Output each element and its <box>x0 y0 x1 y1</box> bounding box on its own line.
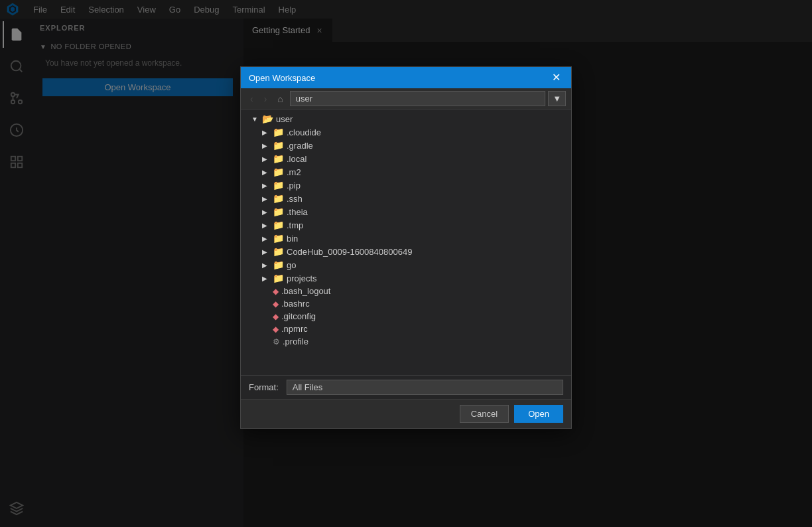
tree-item-gitconfig[interactable]: ◆ .gitconfig <box>241 310 571 323</box>
tree-label-local: .local <box>287 154 306 164</box>
folder-icon-tmp: 📁 <box>273 220 284 230</box>
folder-icon-bin: 📁 <box>273 233 284 244</box>
dialog-format-bar: Format: All Files <box>241 375 571 399</box>
tree-item-npmrc[interactable]: ◆ .npmrc <box>241 323 571 335</box>
tree-label-cloudide: .cloudide <box>287 127 321 137</box>
tree-label-m2: .m2 <box>287 167 301 177</box>
tree-label-pip: .pip <box>287 181 301 190</box>
file-icon-bash-logout: ◆ <box>273 287 279 296</box>
dialog-path-dropdown[interactable]: ▼ <box>548 91 566 106</box>
chevron-closed-icon <box>262 262 270 269</box>
tree-label-gradle: .gradle <box>287 141 313 151</box>
folder-icon-pip: 📁 <box>273 180 284 190</box>
folder-icon-ssh: 📁 <box>273 193 284 204</box>
tree-label-bash-logout: .bash_logout <box>281 286 330 296</box>
folder-icon-codehub: 📁 <box>273 246 284 257</box>
tree-label-projects: projects <box>287 273 317 283</box>
file-icon-profile: ⚙ <box>273 337 280 346</box>
tree-item-cloudide[interactable]: 📁 .cloudide <box>241 125 571 139</box>
tree-item-local[interactable]: 📁 .local <box>241 152 571 165</box>
folder-icon-go: 📁 <box>273 260 284 270</box>
folder-icon-cloudide: 📁 <box>273 127 284 137</box>
tree-label-bashrc: .bashrc <box>281 299 310 309</box>
tree-item-bash-logout[interactable]: ◆ .bash_logout <box>241 285 571 297</box>
tree-label-bin: bin <box>287 234 298 244</box>
dialog-open-button[interactable]: Open <box>514 405 563 423</box>
dialog-title: Open Workspace <box>249 73 315 83</box>
tree-item-codehub[interactable]: 📁 CodeHub_0009-1600840800649 <box>241 245 571 258</box>
tree-item-bashrc[interactable]: ◆ .bashrc <box>241 297 571 310</box>
format-label: Format: <box>249 382 279 392</box>
modal-overlay: Open Workspace ✕ ‹ › ⌂ ▼ 📂 user 📁 .cloud… <box>0 0 812 527</box>
folder-icon-local: 📁 <box>273 153 284 164</box>
chevron-closed-icon <box>262 222 270 229</box>
file-icon-gitconfig: ◆ <box>273 312 279 321</box>
tree-item-go[interactable]: 📁 go <box>241 258 571 271</box>
chevron-closed-icon <box>262 142 270 149</box>
file-icon-bashrc: ◆ <box>273 299 279 309</box>
folder-icon-projects: 📁 <box>273 273 284 283</box>
tree-label-codehub: CodeHub_0009-1600840800649 <box>287 247 412 257</box>
nav-back-button[interactable]: ‹ <box>246 92 257 106</box>
folder-open-icon: 📂 <box>262 113 273 124</box>
tree-item-user[interactable]: 📂 user <box>241 112 571 125</box>
tree-item-ssh[interactable]: 📁 .ssh <box>241 192 571 205</box>
tree-label-ssh: .ssh <box>287 194 303 204</box>
folder-icon-m2: 📁 <box>273 167 284 177</box>
dialog-nav: ‹ › ⌂ ▼ <box>241 88 571 110</box>
tree-label-gitconfig: .gitconfig <box>281 311 316 321</box>
dialog-header: Open Workspace ✕ <box>241 67 571 88</box>
chevron-open-icon <box>251 115 259 123</box>
dialog-path-input[interactable] <box>290 91 545 106</box>
tree-item-pip[interactable]: 📁 .pip <box>241 179 571 192</box>
chevron-closed-icon <box>262 129 270 136</box>
dialog-filetree[interactable]: 📂 user 📁 .cloudide 📁 .gradle 📁 .local <box>241 110 571 375</box>
dialog-actions: Cancel Open <box>241 399 571 428</box>
nav-home-button[interactable]: ⌂ <box>273 92 287 106</box>
tree-label-go: go <box>287 260 296 270</box>
tree-label-tmp: .tmp <box>287 220 303 230</box>
dialog-close-button[interactable]: ✕ <box>549 72 563 83</box>
chevron-closed-icon <box>262 169 270 176</box>
chevron-closed-icon <box>262 235 270 242</box>
tree-label-profile: .profile <box>283 337 308 346</box>
tree-item-tmp[interactable]: 📁 .tmp <box>241 218 571 232</box>
chevron-closed-icon <box>262 182 270 189</box>
tree-item-projects[interactable]: 📁 projects <box>241 271 571 285</box>
file-icon-npmrc: ◆ <box>273 325 279 334</box>
nav-forward-button[interactable]: › <box>260 92 271 106</box>
tree-item-bin[interactable]: 📁 bin <box>241 232 571 245</box>
folder-icon-gradle: 📁 <box>273 140 284 151</box>
tree-label-theia: .theia <box>287 207 308 217</box>
chevron-closed-icon <box>262 208 270 216</box>
chevron-closed-icon <box>262 248 270 256</box>
open-workspace-dialog: Open Workspace ✕ ‹ › ⌂ ▼ 📂 user 📁 .cloud… <box>240 66 572 429</box>
folder-icon-theia: 📁 <box>273 206 284 217</box>
tree-item-m2[interactable]: 📁 .m2 <box>241 165 571 179</box>
tree-label-user: user <box>276 114 293 124</box>
chevron-closed-icon <box>262 275 270 282</box>
tree-item-gradle[interactable]: 📁 .gradle <box>241 139 571 152</box>
tree-label-npmrc: .npmrc <box>281 324 308 334</box>
chevron-closed-icon <box>262 155 270 163</box>
format-select[interactable]: All Files <box>287 380 563 395</box>
dialog-cancel-button[interactable]: Cancel <box>460 405 509 423</box>
chevron-closed-icon <box>262 195 270 202</box>
tree-item-profile[interactable]: ⚙ .profile <box>241 335 571 348</box>
tree-item-theia[interactable]: 📁 .theia <box>241 205 571 218</box>
